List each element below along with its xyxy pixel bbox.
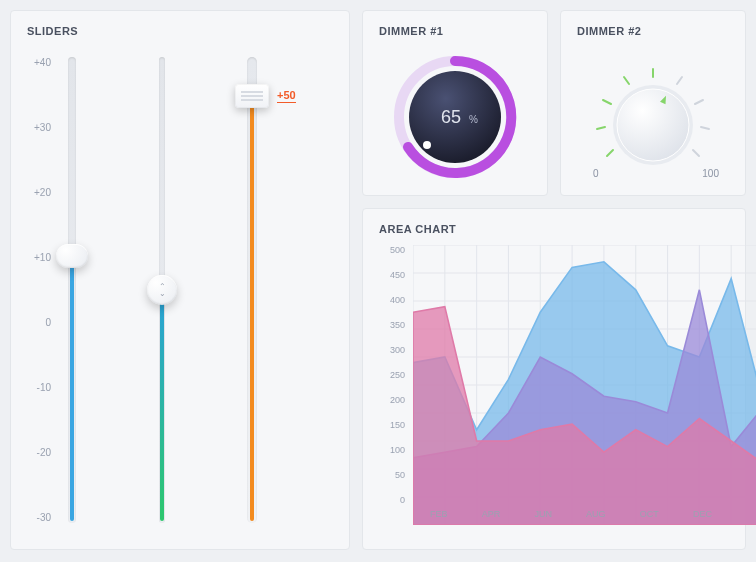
dimmer-1-knob[interactable]: 65 % bbox=[385, 47, 525, 187]
slider-2-thumb[interactable] bbox=[147, 275, 177, 305]
area-chart bbox=[413, 245, 756, 525]
svg-line-3 bbox=[607, 150, 613, 156]
svg-line-9 bbox=[695, 100, 703, 104]
dimmer-2-title: DIMMER #2 bbox=[577, 25, 729, 37]
dimmer-2-min-label: 0 bbox=[593, 168, 599, 179]
slider-2[interactable] bbox=[121, 47, 175, 533]
svg-line-10 bbox=[701, 127, 709, 129]
svg-line-4 bbox=[597, 127, 605, 129]
svg-line-6 bbox=[624, 77, 629, 84]
sliders-title: SLIDERS bbox=[27, 25, 333, 37]
slider-3[interactable]: +50 bbox=[211, 47, 265, 533]
svg-point-13 bbox=[617, 89, 689, 161]
slider-3-fill bbox=[250, 84, 254, 521]
slider-1-fill bbox=[70, 244, 74, 521]
chart-x-axis: FEBAPRJUNAUGOCTDEC bbox=[413, 509, 729, 525]
dimmer-1-card: DIMMER #1 65 % bbox=[362, 10, 548, 196]
svg-line-5 bbox=[603, 100, 611, 104]
dimmer-2-knob[interactable] bbox=[578, 47, 728, 187]
dimmer-1-title: DIMMER #1 bbox=[379, 25, 531, 37]
slider-3-thumb[interactable] bbox=[235, 84, 269, 108]
area-chart-card: AREA CHART 50045040035030025020015010050… bbox=[362, 208, 746, 550]
slider-1-thumb[interactable] bbox=[56, 244, 88, 268]
dimmer-2-max-label: 100 bbox=[702, 168, 719, 179]
svg-line-8 bbox=[677, 77, 682, 84]
svg-point-2 bbox=[423, 141, 431, 149]
chart-y-axis: 500450400350300250200150100500 bbox=[379, 245, 409, 505]
dimmer-2-card: DIMMER #2 bbox=[560, 10, 746, 196]
area-chart-title: AREA CHART bbox=[379, 223, 729, 235]
dimmer-1-percent: % bbox=[469, 114, 478, 125]
slider-2-fill bbox=[160, 278, 164, 521]
sliders-card: SLIDERS +40+30+20+100-10-20-30 bbox=[10, 10, 350, 550]
slider-3-value-label: +50 bbox=[277, 89, 296, 103]
dimmer-1-value: 65 bbox=[441, 107, 461, 127]
svg-line-11 bbox=[693, 150, 699, 156]
slider-1[interactable]: +40+30+20+100-10-20-30 bbox=[31, 47, 85, 533]
slider-scale: +40+30+20+100-10-20-30 bbox=[31, 47, 59, 533]
